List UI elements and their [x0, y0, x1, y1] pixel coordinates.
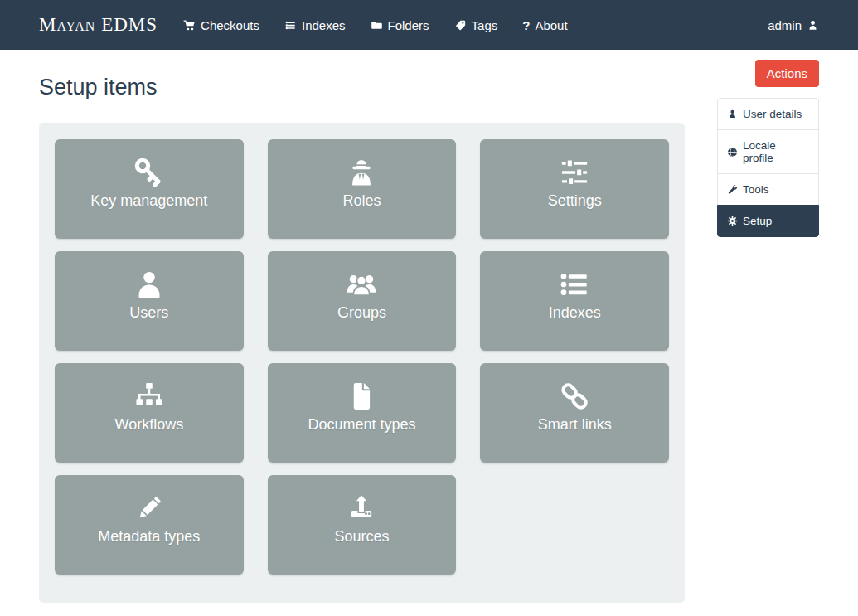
- gear-icon: [727, 216, 738, 226]
- menu-item-locale-profile[interactable]: Locale profile: [717, 129, 819, 174]
- top-navbar: Mayan EDMS Checkouts Indexes Folders Tag…: [0, 0, 858, 50]
- nav-item-about[interactable]: ? About: [522, 18, 567, 32]
- side-menu: User details Locale profile Tools Setup: [717, 98, 819, 237]
- menu-item-label: Locale profile: [743, 139, 809, 164]
- nav-item-label: Checkouts: [201, 18, 259, 32]
- tile-metadata-types[interactable]: Metadata types: [55, 475, 244, 575]
- tile-label: Smart links: [538, 416, 612, 434]
- user-icon: [807, 19, 819, 32]
- page-title: Setup items: [39, 75, 685, 100]
- menu-item-label: User details: [743, 108, 802, 120]
- chain-icon: [557, 379, 592, 414]
- globe-icon: [727, 147, 738, 158]
- nav-item-label: Folders: [388, 18, 429, 32]
- wrench-icon: [727, 184, 738, 195]
- menu-item-label: Tools: [743, 183, 769, 196]
- user-menu-label: admin: [768, 18, 802, 32]
- menu-item-user-details[interactable]: User details: [717, 98, 819, 130]
- upload-icon: [344, 491, 379, 526]
- sitemap-icon: [132, 379, 167, 414]
- sliders-icon: [557, 155, 592, 190]
- pencil-icon: [132, 491, 167, 526]
- tile-settings[interactable]: Settings: [480, 139, 669, 239]
- tile-document-types[interactable]: Document types: [268, 363, 457, 463]
- tile-roles[interactable]: Roles: [268, 139, 457, 239]
- tile-label: Document types: [308, 416, 415, 434]
- nav-item-checkouts[interactable]: Checkouts: [183, 18, 259, 32]
- menu-item-setup[interactable]: Setup: [717, 205, 819, 237]
- cart-icon: [183, 19, 196, 32]
- tile-users[interactable]: Users: [55, 251, 244, 351]
- tile-groups[interactable]: Groups: [268, 251, 457, 351]
- tile-label: Groups: [337, 304, 386, 322]
- menu-item-tools[interactable]: Tools: [717, 173, 819, 206]
- tile-label: Settings: [548, 192, 602, 210]
- list-icon: [284, 19, 297, 32]
- actions-button[interactable]: Actions: [755, 60, 819, 87]
- tile-label: Users: [129, 304, 168, 322]
- setup-grid: Key management Roles Settings Users: [55, 139, 669, 575]
- nav-item-folders[interactable]: Folders: [371, 18, 429, 32]
- tile-smart-links[interactable]: Smart links: [480, 363, 669, 463]
- brand-logo[interactable]: Mayan EDMS: [39, 14, 158, 36]
- users-icon: [344, 267, 379, 302]
- nav-item-indexes[interactable]: Indexes: [284, 18, 346, 32]
- tile-sources[interactable]: Sources: [268, 475, 457, 575]
- user-icon: [727, 109, 738, 119]
- tag-icon: [454, 19, 467, 32]
- file-icon: [344, 379, 379, 414]
- tile-label: Metadata types: [98, 528, 200, 546]
- menu-item-label: Setup: [743, 215, 772, 227]
- main-nav: Checkouts Indexes Folders Tags ? About: [183, 18, 568, 32]
- key-icon: [132, 155, 167, 190]
- content-column: Setup items Key management Roles Setting…: [39, 50, 685, 603]
- nav-item-label: Tags: [472, 18, 498, 32]
- main-layout: Setup items Key management Roles Setting…: [0, 50, 858, 603]
- user-secret-icon: [344, 155, 379, 190]
- tile-label: Roles: [342, 192, 381, 210]
- user-icon: [132, 267, 167, 302]
- tile-label: Key management: [90, 192, 207, 210]
- list-icon: [557, 267, 592, 302]
- tile-label: Indexes: [549, 304, 601, 322]
- tile-workflows[interactable]: Workflows: [55, 363, 244, 463]
- side-column: Actions User details Locale profile Tool…: [717, 50, 819, 237]
- title-divider: [39, 114, 685, 114]
- nav-item-label: Indexes: [302, 18, 346, 32]
- nav-item-tags[interactable]: Tags: [454, 18, 498, 32]
- app-root: Mayan EDMS Checkouts Indexes Folders Tag…: [0, 0, 858, 616]
- user-menu[interactable]: admin: [768, 18, 819, 32]
- tile-key-management[interactable]: Key management: [55, 139, 244, 239]
- question-icon: ?: [522, 19, 530, 32]
- nav-item-label: About: [535, 18, 567, 32]
- folder-icon: [371, 19, 383, 32]
- setup-panel: Key management Roles Settings Users: [39, 123, 685, 603]
- tile-label: Workflows: [114, 416, 183, 434]
- tile-indexes[interactable]: Indexes: [480, 251, 669, 351]
- tile-label: Sources: [334, 528, 389, 546]
